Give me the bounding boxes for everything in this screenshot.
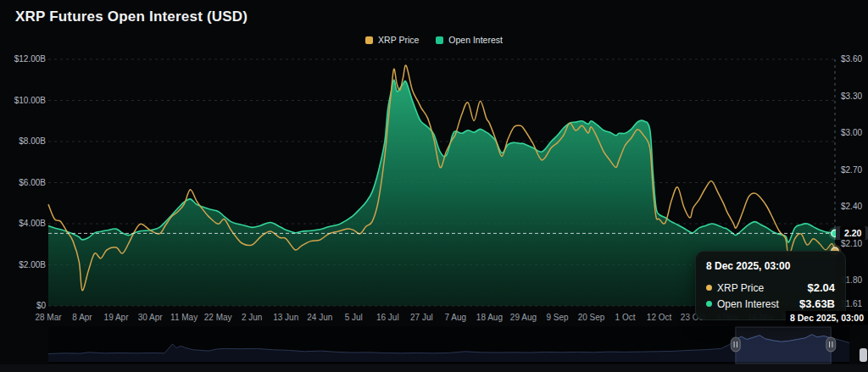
y-axis-left-label: $4.00B [19,219,46,228]
xrp-price-dot-icon [706,285,712,291]
x-axis-label: 2 Jun [242,313,262,322]
x-axis-label: 12 Oct [647,313,671,322]
x-axis-label: 29 Aug [510,313,537,322]
y-axis-right-label: $2.70 [841,165,862,175]
x-axis-label: 13 Jun [273,313,298,322]
y-axis-left-label: $6.00B [19,178,46,187]
navigator-selection[interactable] [736,327,831,364]
y-axis-left-label: $12.00B [14,54,46,64]
x-axis-label: 9 Sep [546,313,568,322]
x-axis-label: 11 May [170,313,198,322]
x-axis-label: 19 Apr [104,313,129,322]
navigator-handle-right[interactable] [826,337,836,352]
x-axis-label: 7 Aug [445,313,467,322]
tooltip-value: $2.04 [807,281,835,294]
x-axis-label: 18 Aug [476,313,503,322]
chart-panel: XRP Futures Open Interest (USD) XRP Pric… [0,0,868,372]
navigator-handle-left[interactable] [731,337,740,352]
tooltip-label: XRP Price [717,282,802,294]
y-axis-right-label: $3.60 [841,54,862,64]
y-axis-left-label: $10.00B [14,96,46,105]
x-axis-label: 22 May [204,313,232,322]
tooltip-value: $3.63B [799,297,835,310]
y-axis-left-label: $2.00B [19,260,46,269]
crosshair-date-label: 8 Dec 2025, 03:00 [786,311,868,325]
right-axis-value-badge: 2.20 [840,226,865,240]
x-axis-label: 24 Jun [307,313,332,322]
tooltip-row-open-interest: Open Interest $3.63B [706,296,835,312]
x-axis-label: 1 Oct [615,313,636,322]
x-axis-label: 5 Jul [345,313,363,322]
y-axis-right-label: $2.10 [841,239,862,248]
y-axis-left-label: $8.00B [19,136,46,146]
footer-strip [0,364,868,372]
y-axis-right-label: $3.00 [841,128,862,137]
y-axis-right-label: $3.30 [841,92,862,101]
y-axis-left-label: $0 [36,301,46,310]
open-interest-dot-icon [706,301,712,307]
tooltip-date: 8 Dec 2025, 03:00 [706,260,835,272]
y-axis-left: $12.00B$10.00B$8.00B$6.00B$4.00B$2.00B$0 [0,0,46,326]
scrollbar-thumb[interactable] [860,348,867,362]
y-axis-right-label: $2.40 [841,202,862,211]
x-axis-label: 20 Sep [578,313,605,322]
tooltip: 8 Dec 2025, 03:00 XRP Price $2.04 Open I… [695,251,846,320]
x-axis-label: 28 Mar [35,313,61,322]
x-axis-label: 30 Apr [138,313,163,322]
x-axis-label: 27 Jul [410,313,433,322]
x-axis-label: 8 Apr [72,313,92,322]
x-axis-label: 16 Jul [376,313,399,322]
tooltip-label: Open Interest [717,298,794,310]
tooltip-row-xrp-price: XRP Price $2.04 [706,280,835,296]
